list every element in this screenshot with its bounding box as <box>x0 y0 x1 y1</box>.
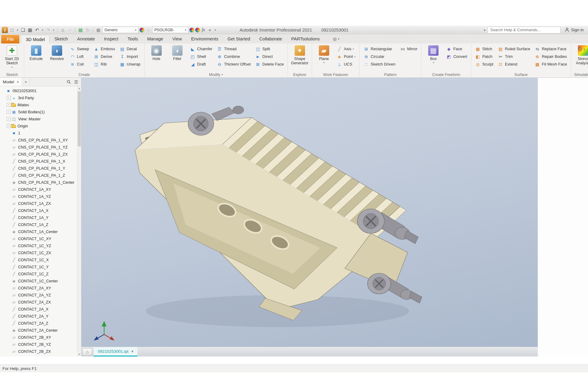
open-file-button[interactable]: ❏ <box>20 27 26 33</box>
tab-3d-model[interactable]: 3D Model <box>21 35 50 43</box>
tree-item-contact-1c-z[interactable]: ╱CONTACT_1C_Z <box>1 270 77 277</box>
loft-button[interactable]: ◠Loft <box>68 53 91 60</box>
shape-generator-button[interactable]: ✦Shape Generator <box>289 45 310 66</box>
tree-item-cns-cp-place-pa-1-z[interactable]: ╱CNS_CP_PLACE_PA_1_Z <box>1 172 77 179</box>
local-update-button[interactable]: ↻ <box>85 27 91 33</box>
sketch-driven-button[interactable]: ∷Sketch Driven <box>362 60 397 68</box>
appearance-toggle-button[interactable]: ◎ ▾ <box>333 34 339 43</box>
scroll-down-icon[interactable]: ▼ <box>77 353 81 356</box>
extrude-button[interactable]: ▮Extrude <box>26 45 47 61</box>
expand-icon[interactable]: + <box>7 96 11 100</box>
redo-arrow[interactable]: ▾ <box>52 27 55 33</box>
search-collapse-icon[interactable]: ▸ <box>484 28 486 32</box>
tree-item-contact-1a-yz[interactable]: ▱CONTACT_1A_YZ <box>1 193 77 200</box>
expand-icon[interactable]: + <box>7 103 11 107</box>
document-tab-active[interactable]: 09210253001.ipt × <box>94 347 138 356</box>
browser-tab-model[interactable]: Model × <box>0 78 22 86</box>
tree-item-3rd-party[interactable]: +◒3rd Party <box>1 94 77 101</box>
clear-appearance-button[interactable]: ◌ <box>145 27 151 33</box>
tree-item-contact-1c-y[interactable]: ╱CONTACT_1C_Y <box>1 263 77 270</box>
tree-item-contact-1a-center[interactable]: ◈CONTACT_1A_Center <box>1 228 77 235</box>
rectangular-button[interactable]: ⊞Rectangular <box>362 45 397 53</box>
tree-item-origin[interactable]: +Origin <box>1 123 77 130</box>
tab-collaborate[interactable]: Collaborate <box>255 34 287 43</box>
tree-item-contact-1c-x[interactable]: ╱CONTACT_1C_X <box>1 256 77 263</box>
iproperties-button[interactable]: ▦ <box>77 27 84 33</box>
tree-item-cns-cp-place-pa-1-center[interactable]: ◈CNS_CP_PLACE_PA_1_Center <box>1 179 77 186</box>
tree-item-contact-2a-zx[interactable]: ▱CONTACT_2A_ZX <box>1 299 77 306</box>
browser-filter-menu-icon[interactable]: ☰ <box>74 80 78 85</box>
mirror-button[interactable]: ⋈Mirror <box>398 45 419 53</box>
revolve-button[interactable]: ◗Revolve <box>47 45 67 61</box>
coil-button[interactable]: ≋Coil <box>68 60 91 68</box>
fit-mesh-face-button[interactable]: ▩Fit Mesh Face <box>533 60 568 68</box>
tree-item-cns-cp-place-pa-1-x[interactable]: ╱CNS_CP_PLACE_PA_1_X <box>1 158 77 165</box>
scroll-up-icon[interactable]: ▲ <box>77 87 81 90</box>
close-icon[interactable]: × <box>131 349 134 354</box>
viewport-canvas[interactable] <box>81 78 538 347</box>
orbit-button[interactable]: ◔ <box>67 27 73 33</box>
appearance-mini-wheel-icon[interactable] <box>195 28 200 32</box>
adjust-appearance-wheel-icon[interactable] <box>189 28 194 32</box>
hole-button[interactable]: ◉Hole <box>146 45 167 61</box>
emboss-button[interactable]: ▲Emboss <box>92 45 117 53</box>
tree-item-contact-1c-yz[interactable]: ▱CONTACT_1C_YZ <box>1 242 77 249</box>
tree-item-imates[interactable]: +iMates <box>1 101 77 108</box>
chamfer-button[interactable]: ◣Chamfer <box>188 45 214 53</box>
rib-button[interactable]: ◫Rib <box>92 60 117 68</box>
thicken-offset-button[interactable]: ⊖Thicken/ Offset <box>215 60 252 68</box>
tree-item-contact-2a-center[interactable]: ◈CONTACT_2A_Center <box>1 327 77 334</box>
close-icon[interactable]: × <box>17 80 19 84</box>
tree-item-cns-cp-place-pa-1-yz[interactable]: ▱CNS_CP_PLACE_PA_1_YZ <box>1 144 77 151</box>
tree-item-1[interactable]: ■1 <box>1 130 77 137</box>
ribbon-options-button[interactable]: ⊙ ▾ <box>578 46 585 52</box>
tree-item-view-master[interactable]: +◫View: Master <box>1 115 77 123</box>
fillet-button[interactable]: ◖Fillet <box>167 45 188 61</box>
tree-item-contact-1a-y[interactable]: ╱CONTACT_1A_Y <box>1 214 77 221</box>
browser-scrollbar[interactable]: ▲ ▼ <box>77 86 81 356</box>
tree-item-contact-1c-center[interactable]: ◈CONTACT_1C_Center <box>1 277 77 285</box>
tree-item-contact-2a-y[interactable]: ╱CONTACT_2A_Y <box>1 313 77 320</box>
decal-button[interactable]: ▤Decal <box>118 45 142 53</box>
appearance-wheel-icon[interactable] <box>139 28 144 32</box>
expand-icon[interactable]: + <box>7 117 11 121</box>
tree-item-contact-2a-yz[interactable]: ▱CONTACT_2A_YZ <box>1 292 77 299</box>
delete-face-button[interactable]: ⊠Delete Face <box>254 60 285 68</box>
plane-button[interactable]: ▰Plane▾ <box>314 45 334 64</box>
new-file-arrow[interactable]: ▾ <box>16 27 19 33</box>
import-button[interactable]: ↧Import <box>118 53 142 60</box>
tab-tools[interactable]: Tools <box>123 34 143 43</box>
appearance-dropdown[interactable]: PSOLRGB-▾ <box>152 27 188 33</box>
shell-button[interactable]: ◰Shell <box>188 53 214 60</box>
tab-view[interactable]: View <box>168 34 187 43</box>
tree-item-contact-1c-zx[interactable]: ▱CONTACT_1C_ZX <box>1 249 77 256</box>
extend-button[interactable]: ⊡Extend <box>496 60 532 68</box>
tab-sketch[interactable]: Sketch <box>50 34 72 43</box>
stitch-button[interactable]: ▦Stitch <box>473 45 495 53</box>
point-button[interactable]: ◈Point▸ <box>335 53 357 60</box>
tree-item-cns-cp-place-pa-1-y[interactable]: ╱CNS_CP_PLACE_PA_1_Y <box>1 165 77 172</box>
tree-item-contact-1a-xy[interactable]: ▱CONTACT_1A_XY <box>1 186 77 193</box>
tree-item-contact-1a-z[interactable]: ╱CONTACT_1A_Z <box>1 221 77 228</box>
circular-button[interactable]: ⊛Circular <box>362 53 397 60</box>
material-browser-button[interactable]: ◍ <box>95 27 101 33</box>
thread-button[interactable]: ☰Thread <box>215 45 252 53</box>
tab-partsolutions[interactable]: PARTsolutions <box>287 34 324 43</box>
ruled-surface-button[interactable]: ▨Ruled Surface <box>496 45 532 53</box>
search-icon[interactable] <box>67 80 71 84</box>
tab-manage[interactable]: Manage <box>142 34 168 43</box>
direct-button[interactable]: ►Direct <box>254 53 285 60</box>
inventor-logo[interactable]: I <box>2 27 8 33</box>
tab-get-started[interactable]: Get Started <box>223 34 255 43</box>
qat-add-button[interactable]: + <box>207 27 213 33</box>
tree-item-contact-2b-yz[interactable]: ▱CONTACT_2B_YZ <box>1 341 77 348</box>
add-browser-tab-button[interactable]: + <box>22 78 30 86</box>
expand-icon[interactable]: + <box>7 110 11 114</box>
tree-item-contact-2b-zx[interactable]: ▱CONTACT_2B_ZX <box>1 348 77 355</box>
split-button[interactable]: ◫Split <box>254 45 285 53</box>
face-button[interactable]: ◆Face <box>444 45 469 53</box>
tree-item-cns-cp-place-pa-1-zx[interactable]: ▱CNS_CP_PLACE_PA_1_ZX <box>1 151 77 158</box>
home-view-button[interactable]: ⌂ <box>60 27 66 33</box>
unwrap-button[interactable]: ▦Unwrap <box>118 60 142 68</box>
sign-in-button[interactable]: Sign in <box>565 28 584 32</box>
